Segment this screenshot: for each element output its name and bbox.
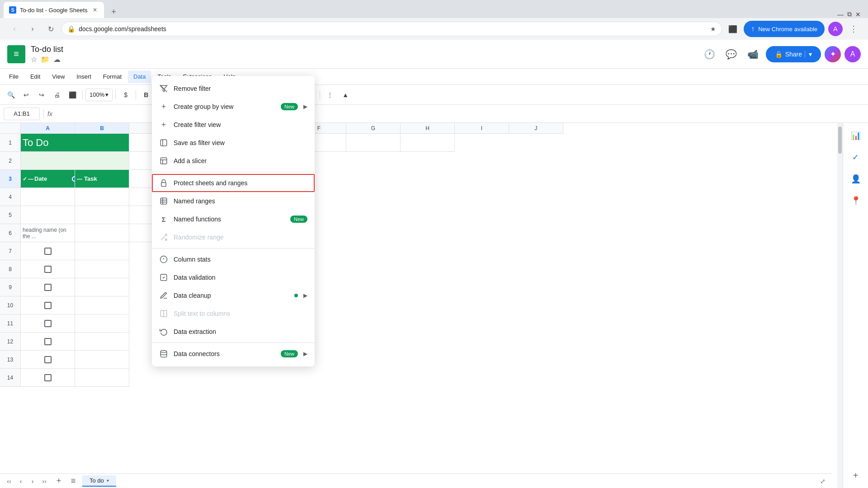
cell-a2[interactable] (21, 152, 129, 170)
cell-g1[interactable] (346, 134, 401, 152)
menu-data[interactable]: Data (128, 70, 151, 83)
hide-toolbar-button[interactable]: ▲ (338, 88, 353, 102)
zoom-selector[interactable]: 100% ▾ (85, 89, 113, 101)
col-header-g[interactable]: G (346, 123, 401, 134)
checkbox-7[interactable] (44, 248, 52, 255)
col-header-j[interactable]: J (509, 123, 563, 134)
menu-option-named-functions[interactable]: Σ Named functions New (152, 210, 315, 228)
menu-option-create-group-view[interactable]: + Create group by view New ▶ (152, 98, 315, 116)
menu-option-column-stats[interactable]: Column stats (152, 250, 315, 268)
profile-avatar[interactable]: A (828, 22, 843, 36)
address-bar[interactable]: 🔒 docs.google.com/spreadsheets ★ (61, 22, 722, 36)
menu-file[interactable]: File (4, 70, 24, 83)
menu-format[interactable]: Format (98, 70, 127, 83)
cell-h1[interactable] (401, 134, 455, 152)
col-header-b[interactable]: B (75, 123, 129, 134)
dollar-format-button[interactable]: $ (118, 88, 133, 102)
checkbox-12[interactable] (44, 338, 52, 345)
cell-b5[interactable] (75, 206, 129, 224)
cell-a5[interactable] (21, 206, 75, 224)
active-tab[interactable]: S To-do list - Google Sheets ✕ (4, 2, 104, 18)
col-header-h[interactable]: H (401, 123, 455, 134)
menu-option-data-extraction[interactable]: Data extraction (152, 323, 315, 341)
cell-a11[interactable] (21, 314, 75, 333)
menu-option-data-validation[interactable]: Data validation (152, 268, 315, 286)
checkbox-9[interactable] (44, 284, 52, 291)
extensions-button[interactable]: ⬛ (726, 22, 740, 36)
maximize-button[interactable]: ⧉ (847, 10, 852, 18)
meet-button[interactable]: 📹 (744, 45, 762, 63)
cell-b10[interactable] (75, 296, 129, 314)
gemini-button[interactable]: ✦ (825, 46, 841, 62)
cell-b14[interactable] (75, 369, 129, 387)
cell-b13[interactable] (75, 351, 129, 369)
cell-a13[interactable] (21, 351, 75, 369)
cell-b12[interactable] (75, 333, 129, 351)
cell-a7[interactable] (21, 242, 75, 260)
cell-b11[interactable] (75, 314, 129, 333)
scroll-left-one-arrow[interactable]: ‹ (15, 476, 26, 487)
forward-button[interactable]: › (25, 22, 40, 36)
cell-reference[interactable]: A1:B1 (4, 108, 40, 120)
paint-format-button[interactable]: ⬛ (65, 88, 80, 102)
sheet-menu-button[interactable]: ≡ (68, 476, 79, 487)
bold-button[interactable]: B (139, 88, 153, 102)
search-toolbar-button[interactable]: 🔍 (4, 88, 18, 102)
back-button[interactable]: ‹ (7, 22, 22, 36)
checkbox-10[interactable] (44, 302, 52, 309)
vertical-scrollbar[interactable] (837, 123, 843, 488)
menu-option-data-connectors[interactable]: Data connectors New ▶ (152, 345, 315, 363)
menu-option-data-cleanup[interactable]: Data cleanup ▶ (152, 286, 315, 305)
col-header-a[interactable]: A (21, 123, 75, 134)
cell-b7[interactable] (75, 242, 129, 260)
cell-a6[interactable]: heading name (on the ... (21, 224, 75, 242)
menu-option-named-ranges[interactable]: Named ranges (152, 192, 315, 210)
more-toolbar-button[interactable]: ⋮ (323, 88, 337, 102)
user-avatar[interactable]: A (844, 46, 861, 62)
cell-b3[interactable]: — Task (75, 170, 129, 188)
menu-option-protect-sheets[interactable]: Protect sheets and ranges (152, 174, 315, 192)
redo-button[interactable]: ↪ (34, 88, 49, 102)
checkbox-11[interactable] (44, 320, 52, 327)
doc-title[interactable]: To-do list (31, 45, 63, 54)
cell-a12[interactable] (21, 333, 75, 351)
checkbox-14[interactable] (44, 374, 52, 381)
share-button[interactable]: 🔒 Share ▾ (766, 46, 821, 62)
undo-button[interactable]: ↩ (19, 88, 33, 102)
menu-option-save-filter-view[interactable]: Save as filter view (152, 134, 315, 152)
cell-a3[interactable]: ✓ — Date (21, 170, 75, 188)
menu-edit[interactable]: Edit (25, 70, 46, 83)
sheet-tab[interactable]: To do ▾ (82, 475, 116, 487)
history-button[interactable]: 🕐 (701, 45, 719, 63)
sheet-tab-dropdown[interactable]: ▾ (107, 478, 109, 483)
menu-view[interactable]: View (47, 70, 70, 83)
menu-insert[interactable]: Insert (71, 70, 97, 83)
sidebar-icon-contacts[interactable]: 👤 (847, 170, 865, 188)
scroll-right-one-arrow[interactable]: › (27, 476, 38, 487)
menu-option-add-slicer[interactable]: Add a slicer (152, 152, 315, 170)
cloud-icon[interactable]: ☁ (53, 55, 61, 64)
cell-a8[interactable] (21, 260, 75, 278)
cell-a9[interactable] (21, 278, 75, 296)
share-dropdown-arrow[interactable]: ▾ (805, 51, 812, 58)
add-sidebar-button[interactable]: + (847, 466, 865, 484)
sidebar-icon-sheets[interactable]: 📊 (847, 127, 865, 145)
cell-a1[interactable]: To Do (21, 134, 129, 152)
scroll-right-arrow[interactable]: ›› (39, 476, 50, 487)
add-sheet-button[interactable]: + (53, 476, 64, 487)
cell-b9[interactable] (75, 278, 129, 296)
folder-icon[interactable]: 📁 (41, 55, 50, 64)
print-button[interactable]: 🖨 (50, 88, 64, 102)
checkbox-13[interactable] (44, 356, 52, 363)
star-icon[interactable]: ☆ (31, 55, 37, 64)
cell-a4[interactable] (21, 188, 75, 206)
sidebar-icon-maps[interactable]: 📍 (847, 192, 865, 210)
cell-a10[interactable] (21, 296, 75, 314)
minimize-button[interactable]: — (837, 11, 844, 18)
new-tab-button[interactable]: + (108, 5, 120, 18)
reload-button[interactable]: ↻ (43, 22, 58, 36)
browser-menu-button[interactable]: ⋮ (846, 22, 861, 36)
cell-b4[interactable] (75, 188, 129, 206)
close-button[interactable]: ✕ (855, 11, 861, 18)
cell-a14[interactable] (21, 369, 75, 387)
